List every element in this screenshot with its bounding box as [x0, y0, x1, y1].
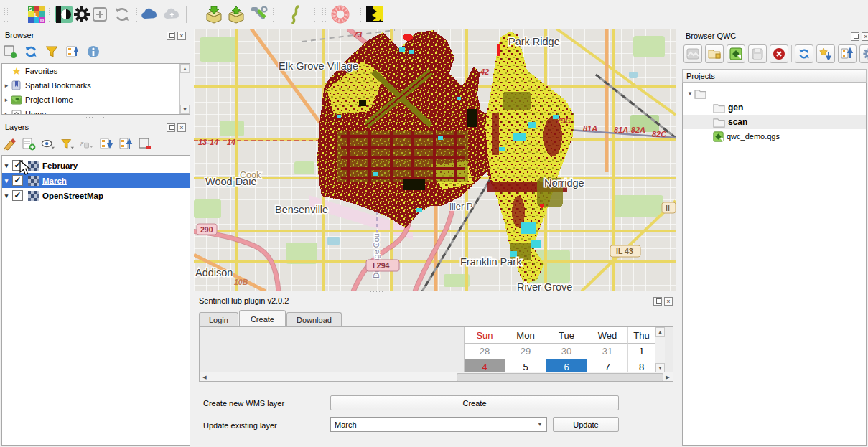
layer-checkbox[interactable]	[12, 175, 23, 186]
add-selected-layers-icon[interactable]	[3, 44, 17, 59]
expander-icon[interactable]: ▾	[2, 162, 11, 169]
add-annotation-icon[interactable]	[90, 5, 109, 24]
qwc-item-scan[interactable]: scan	[683, 115, 866, 129]
expand-all-icon[interactable]	[99, 137, 113, 151]
cloud-upload-icon-button[interactable]	[162, 5, 181, 24]
layers-tree: ▾ February ▾ March ▾ OpenStreetMa	[1, 155, 190, 446]
delete-x-icon	[773, 47, 785, 60]
remove-layer-icon[interactable]	[138, 137, 152, 151]
install-plugin-icon[interactable]	[205, 5, 223, 24]
scroll-up-button[interactable]: ▲	[655, 327, 665, 337]
map-canvas[interactable]: Elk Grove Village Park Ridge Wood Dale B…	[194, 29, 676, 291]
browser-item-favorites[interactable]: ★ Favorites	[2, 64, 190, 78]
filter-browser-icon[interactable]	[45, 44, 59, 59]
filter-legend-icon[interactable]	[60, 137, 75, 151]
raster-donut-icon[interactable]	[331, 5, 350, 24]
toolbar-handle[interactable]	[312, 6, 315, 23]
plugin-tools-icon[interactable]	[249, 5, 268, 24]
layers-close-button[interactable]: ×	[177, 123, 186, 132]
sentinelhub-plugin-icon[interactable]	[55, 5, 73, 24]
scrollbar-thumb[interactable]	[457, 373, 663, 382]
calendar-day[interactable]: 29	[505, 344, 546, 359]
sld4raster-icon[interactable]: S L D	[27, 5, 46, 24]
qwc-refresh-button[interactable]	[795, 44, 813, 63]
collapse-all-icon[interactable]	[65, 44, 80, 59]
serval-icon[interactable]	[286, 5, 305, 24]
calendar-day[interactable]: 28	[465, 344, 505, 359]
calendar-day[interactable]: 1	[628, 344, 655, 359]
calendar-day[interactable]: 7	[587, 359, 628, 372]
filter-expression-icon[interactable]: ε	[80, 137, 94, 151]
toolbar-handle[interactable]	[273, 6, 276, 23]
qwc-root-folder-row[interactable]: ▾	[683, 86, 866, 100]
tab-download[interactable]: Download	[286, 312, 342, 326]
cloud-icon-button[interactable]	[140, 5, 159, 24]
flag-map-icon[interactable]	[365, 5, 384, 24]
calendar-widget[interactable]: Sun Mon Tue Wed Thu 28 29 30 31 1 4 5 6 …	[464, 327, 655, 372]
expander-icon[interactable]: ▾	[686, 90, 694, 97]
float-icon	[656, 298, 661, 304]
layer-styling-icon[interactable]	[2, 137, 17, 151]
scroll-down-button[interactable]: ▼	[180, 105, 190, 114]
update-button[interactable]: Update	[553, 417, 619, 432]
export-plugin-icon[interactable]	[227, 5, 246, 24]
layer-row-openstreetmap[interactable]: ▾ OpenStreetMap	[2, 188, 190, 203]
qwc-item-gen[interactable]: gen	[683, 100, 866, 115]
qwc-add-disabled-button[interactable]	[683, 44, 702, 63]
browser-item-spatial-bookmarks[interactable]: ▸ Spatial Bookmarks	[2, 78, 190, 93]
scroll-left-button[interactable]: ◀	[200, 373, 209, 381]
expander-icon[interactable]: ▾	[2, 177, 11, 184]
calendar-horizontal-scrollbar[interactable]: ◀ ▶	[200, 372, 673, 381]
qwc-settings-button[interactable]	[859, 44, 868, 63]
panel-splitter-handle[interactable]	[86, 117, 105, 120]
add-group-icon[interactable]	[22, 137, 36, 151]
calendar-day[interactable]: 5	[505, 359, 546, 372]
qwc-panel-title: Browser QWC	[686, 32, 736, 40]
tab-create[interactable]: Create	[239, 310, 286, 326]
expander-icon[interactable]: ▸	[2, 82, 11, 89]
create-button[interactable]: Create	[330, 395, 619, 410]
qwc-item-qwc-demo[interactable]: qwc_demo.qgs	[683, 129, 866, 143]
settings-gear-icon[interactable]	[73, 5, 91, 24]
qwc-delete-button[interactable]	[770, 44, 788, 63]
properties-info-icon[interactable]	[86, 44, 101, 59]
browser-item-project-home[interactable]: ▸ Project Home	[2, 93, 190, 107]
qwc-expand-new-button[interactable]	[816, 44, 835, 63]
qwc-collapse-button[interactable]	[838, 44, 857, 63]
calendar-day-today[interactable]: 4	[465, 359, 505, 372]
reload-icon[interactable]	[113, 5, 131, 24]
expander-icon[interactable]: ▸	[2, 110, 11, 115]
toolbar-handle[interactable]	[49, 6, 52, 23]
qwc-open-project-button[interactable]	[727, 44, 745, 63]
calendar-day[interactable]: 31	[587, 344, 628, 359]
layer-checkbox[interactable]	[12, 190, 23, 201]
toolbar-handle[interactable]	[134, 6, 137, 23]
sentinelhub-float-button[interactable]	[653, 297, 662, 306]
toolbar-handle[interactable]	[322, 6, 326, 23]
sentinelhub-close-button[interactable]: ×	[664, 297, 673, 306]
refresh-icon[interactable]	[24, 44, 38, 59]
qwc-save-disabled-button[interactable]	[748, 44, 767, 63]
map-themes-icon[interactable]	[41, 137, 55, 151]
scroll-right-button[interactable]: ▶	[663, 373, 672, 381]
qwc-new-folder-button[interactable]	[705, 44, 724, 63]
layers-float-button[interactable]	[167, 123, 175, 132]
expander-icon[interactable]: ▸	[2, 96, 11, 103]
tab-login[interactable]: Login	[199, 312, 238, 326]
expander-icon[interactable]: ▾	[2, 192, 11, 199]
browser-close-button[interactable]: ×	[177, 32, 186, 40]
calendar-vertical-scrollbar[interactable]: ▲ ▼	[655, 327, 665, 372]
browser-item-home[interactable]: ▸ Home	[2, 107, 190, 115]
calendar-day[interactable]: 8	[628, 359, 655, 372]
browser-float-button[interactable]	[167, 32, 175, 40]
toolbar-handle[interactable]	[358, 6, 361, 23]
calendar-day[interactable]: 30	[546, 344, 587, 359]
scroll-up-button[interactable]: ▲	[180, 64, 190, 73]
layer-select-combo[interactable]: March ▼	[330, 417, 547, 432]
qwc-float-button[interactable]	[851, 32, 859, 41]
qwc-close-button[interactable]: ×	[862, 32, 868, 41]
collapse-all-icon[interactable]	[118, 137, 133, 151]
browser-tree-scrollbar[interactable]: ▲ ▼	[179, 64, 190, 114]
toolbar-handle[interactable]	[4, 6, 8, 23]
calendar-day-selected[interactable]: 6	[546, 359, 587, 372]
